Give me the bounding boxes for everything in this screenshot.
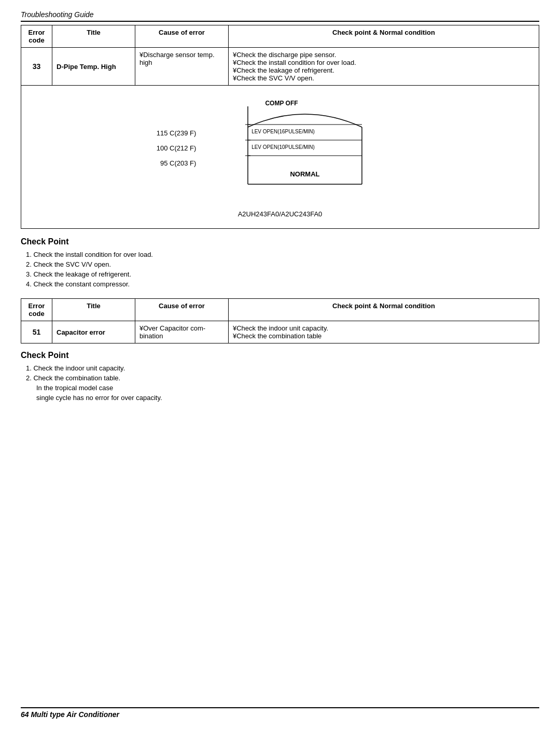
label-95: 95 C(203 F) (157, 159, 197, 167)
error-cause-33: ¥Discharge sensor temp. high (135, 48, 229, 86)
svg-text:LEV OPEN(10PULSE/MIN): LEV OPEN(10PULSE/MIN) (251, 144, 315, 150)
col-header-title: Title (52, 25, 135, 48)
svg-text:LEV OPEN(16PULSE/MIN): LEV OPEN(16PULSE/MIN) (251, 129, 315, 134)
error-table-1: Errorcode Title Cause of error Check poi… (21, 25, 539, 86)
diagram-container: 115 C(239 F) 100 C(212 F) 95 C(203 F) CO… (157, 96, 404, 200)
check-51-item-2: ¥Check the combination table (233, 332, 535, 340)
col2-header-title: Title (52, 299, 135, 321)
col2-header-check: Check point & Normal condition (229, 299, 539, 321)
label-115: 115 C(239 F) (157, 129, 197, 137)
check-item-1: ¥Check the discharge pipe sensor. (233, 51, 535, 59)
col2-header-cause: Cause of error (135, 299, 229, 321)
check-point-title-2: Check Point (21, 351, 539, 360)
error-title-33: D-Pipe Temp. High (52, 48, 135, 86)
col-header-cause: Cause of error (135, 25, 229, 48)
check-51-item-1: ¥Check the indoor unit capacity. (233, 324, 535, 332)
check-point-section-1: Check Point 1. Check the install conditi… (21, 237, 539, 288)
check-item-4: ¥Check the SVC V/V open. (233, 74, 535, 82)
error-check-51: ¥Check the indoor unit capacity. ¥Check … (229, 321, 539, 343)
check-point-note-2: single cycle has no error for over capac… (21, 394, 539, 402)
check-point-list-2: 1. Check the indoor unit capacity. 2. Ch… (21, 364, 539, 382)
check-point-item-1-4: 4. Check the constant compressor. (26, 280, 539, 288)
col-header-check: Check point & Normal condition (229, 25, 539, 48)
check-point-item-2-1: 1. Check the indoor unit capacity. (26, 364, 539, 372)
check-point-item-1-2: 2. Check the SVC V/V open. (26, 260, 539, 268)
check-point-title-1: Check Point (21, 237, 539, 246)
check-item-3: ¥Check the leakage of refrigerent. (233, 66, 535, 74)
diagram-box: 115 C(239 F) 100 C(212 F) 95 C(203 F) CO… (21, 86, 539, 229)
svg-text:COMP OFF: COMP OFF (265, 100, 298, 107)
check-point-note-1: In the tropical model case (21, 384, 539, 392)
error-code-51: 51 (21, 321, 52, 343)
page-header: Troubleshooting Guide (21, 10, 539, 22)
check-point-item-1-1: 1. Check the install condition for over … (26, 251, 539, 258)
error-title-51: Capacitor error (52, 321, 135, 343)
error-table-2: Errorcode Title Cause of error Check poi… (21, 298, 539, 343)
footer-text: 64 Multi type Air Conditioner (21, 710, 119, 719)
error-code-33: 33 (21, 48, 52, 86)
error-cause-51: ¥Over Capacitor com- bination (135, 321, 229, 343)
diagram-svg: COMP OFF LEV OPEN(16PULSE/MIN) LEV OPEN(… (206, 96, 403, 200)
header-title: Troubleshooting Guide (21, 10, 94, 19)
diagram-model: A2UH243FA0/A2UC243FA0 (238, 210, 323, 218)
col2-header-error-code: Errorcode (21, 299, 52, 321)
check-point-list-1: 1. Check the install condition for over … (21, 251, 539, 288)
check-point-item-2-2: 2. Check the combination table. (26, 374, 539, 382)
page-footer: 64 Multi type Air Conditioner (21, 707, 539, 719)
check-item-2: ¥Check the install condition for over lo… (233, 59, 535, 66)
error-check-33: ¥Check the discharge pipe sensor. ¥Check… (229, 48, 539, 86)
check-point-section-2: Check Point 1. Check the indoor unit cap… (21, 351, 539, 402)
diagram-labels: 115 C(239 F) 100 C(212 F) 95 C(203 F) (157, 129, 197, 167)
check-point-item-1-3: 3. Check the leakage of refrigerent. (26, 270, 539, 278)
svg-text:NORMAL: NORMAL (290, 170, 320, 178)
label-100: 100 C(212 F) (157, 144, 197, 152)
col-header-error-code: Errorcode (21, 25, 52, 48)
